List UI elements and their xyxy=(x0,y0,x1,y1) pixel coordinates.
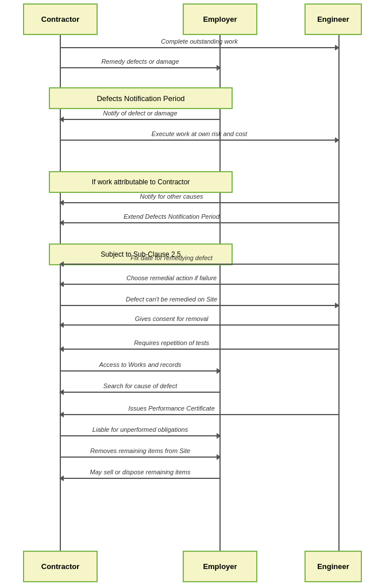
arrow-label-notify: Notify of defect or damage xyxy=(103,110,177,117)
arrow-label-sell: May sell or dispose remaining items xyxy=(90,469,191,475)
arrow-label-liable: Liable for unperformed obligations xyxy=(92,426,188,433)
main-diagram: Contractor Employer Engineer Complete ou… xyxy=(0,0,374,588)
top-engineer-box: Engineer xyxy=(304,3,362,35)
arrow-label-search: Search for cause of defect xyxy=(103,382,177,389)
bottom-engineer-box: Engineer xyxy=(304,551,362,582)
arrow-label-complete: Complete outstanding work xyxy=(161,38,237,45)
contractor-lifeline-line xyxy=(60,35,61,551)
bottom-contractor-box: Contractor xyxy=(23,551,98,582)
arrow-label-execute: Execute work at own risk and cost xyxy=(152,130,247,137)
arrow-label-remedy: Remedy defects or damage xyxy=(101,58,179,65)
employer-lifeline-line xyxy=(219,35,221,551)
arrow-label-notify-other: Notify for other causes xyxy=(140,193,203,200)
arrow-label-removes: Removes remaining items from Site xyxy=(90,447,190,454)
arrow-label-defect-cant: Defect can't be remedied on Site xyxy=(126,296,217,303)
arrow-label-fix-date: Fix date for remedying defect xyxy=(130,254,212,261)
top-contractor-box: Contractor xyxy=(23,3,98,35)
top-employer-box: Employer xyxy=(183,3,257,35)
bottom-employer-box: Employer xyxy=(183,551,257,582)
arrow-label-repetition: Requires repetition of tests xyxy=(134,339,209,346)
arrow-label-extend: Extend Defects Notification Period xyxy=(124,213,219,220)
arrow-label-choose: Choose remedial action if failure xyxy=(126,274,217,281)
arrow-label-perf-cert: Issues Performance Certificate xyxy=(128,405,214,412)
arrow-label-access: Access to Works and records xyxy=(99,361,181,368)
engineer-lifeline-line xyxy=(338,35,340,551)
dnp-box: Defects Notification Period xyxy=(49,87,233,109)
if-work-box: If work attributable to Contractor xyxy=(49,171,233,193)
arrow-label-consent: Gives consent for removal xyxy=(135,315,209,322)
